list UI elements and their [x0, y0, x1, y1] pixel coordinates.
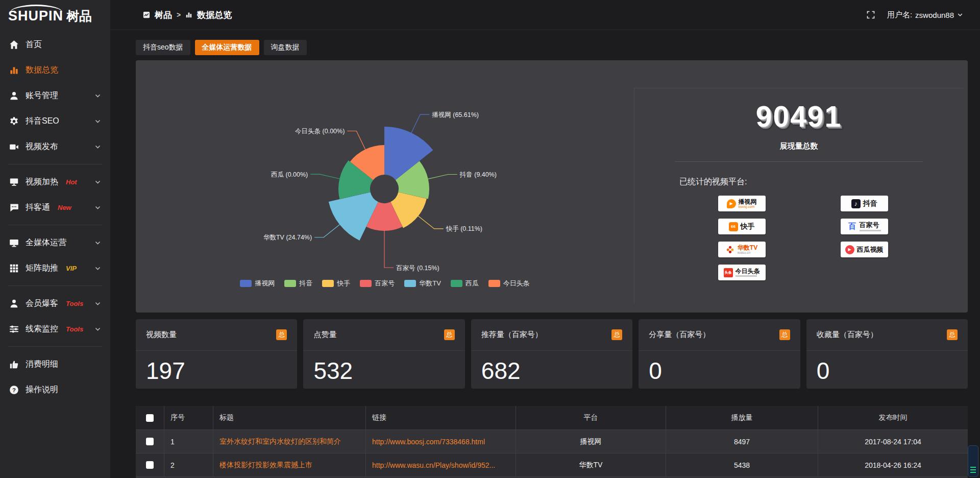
cell-plays: 8497 [666, 430, 818, 453]
stat-card-0: 视频数量总197 [136, 319, 297, 389]
stat-card-value: 197 [136, 351, 297, 385]
sidebar-item-home[interactable]: 首页 [0, 32, 110, 57]
legend-item[interactable]: 今日头条 [488, 279, 530, 288]
stat-card-2: 推荐量（百家号）总682 [471, 319, 632, 389]
sidebar-item-data-overview[interactable]: 数据总览 [0, 57, 110, 83]
row-checkbox[interactable] [146, 461, 154, 469]
screen-icon [9, 177, 19, 187]
legend-item[interactable]: 抖音 [284, 279, 312, 288]
platform-subtitle: wasu.cn [738, 251, 751, 254]
logo-text-cn: 树品 [66, 8, 92, 25]
legend-item[interactable]: 播视网 [240, 279, 275, 288]
sidebar-item-label: 账号管理 [26, 90, 58, 101]
question-icon: ? [9, 385, 19, 395]
legend-color-box [322, 280, 334, 287]
cell-no: 2 [164, 453, 213, 476]
legend-label: 西瓜 [465, 279, 479, 288]
legend-item[interactable]: 华数TV [404, 279, 441, 288]
sidebar-item-media-operation[interactable]: 全媒体运营 [0, 230, 110, 255]
video-title-link[interactable]: 楼体投影灯投影效果震撼上市 [219, 461, 312, 470]
platform-name: 抖音 [863, 200, 877, 207]
stat-cards: 视频数量总197点赞量总532推荐量（百家号）总682分享量（百家号）总0收藏量… [136, 319, 968, 389]
chevron-down-icon [94, 265, 101, 272]
sidebar-item-consume-detail[interactable]: 消费明细 [0, 351, 110, 377]
legend-item[interactable]: 百家号 [360, 279, 395, 288]
chevron-down-icon [94, 92, 101, 99]
legend-label: 今日头条 [503, 279, 530, 288]
legend-label: 抖音 [299, 279, 312, 288]
breadcrumb-item[interactable]: 数据总览 [185, 9, 232, 21]
pie-label-line [428, 175, 457, 179]
platform-badges: ▶播视网boosj.com♪抖音66快手百百家号华数TVwasu.cn▶西瓜视频… [680, 196, 963, 280]
sidebar-item-account-manage[interactable]: 账号管理 [0, 83, 110, 108]
user-menu[interactable]: 用户名: zswodun88 [887, 10, 963, 20]
total-badge: 总 [611, 329, 622, 340]
legend-label: 快手 [337, 279, 350, 288]
sidebar-item-label: 全媒体运营 [26, 237, 66, 248]
total-badge: 总 [779, 329, 790, 340]
video-title-link[interactable]: 室外水纹灯和室内水纹灯的区别和简介 [219, 437, 341, 446]
select-all-checkbox[interactable] [146, 414, 154, 422]
fullscreen-icon[interactable] [867, 11, 875, 19]
platform-text: 播视网boosj.com [739, 199, 757, 209]
row-checkbox-cell [136, 430, 164, 453]
platforms-title: 已统计的视频平台: [679, 177, 963, 187]
sidebar-item-label: 抖客通 [26, 202, 50, 213]
sidebar-item-matrix-boost[interactable]: 矩阵助推VIP [0, 255, 110, 281]
video-url-link[interactable]: http://www.boosj.com/7338468.html [372, 438, 485, 446]
sidebar-item-help[interactable]: ?操作说明 [0, 377, 110, 402]
chevron-down-icon [957, 12, 963, 18]
pie-label-line [384, 231, 394, 268]
platform-name: 今日头条 [736, 268, 760, 275]
row-checkbox[interactable] [146, 438, 154, 445]
video-url-link[interactable]: http://www.wasu.cn/Play/show/id/952... [372, 461, 495, 469]
sidebar-item-member-baoke[interactable]: 会员爆客Tools [0, 291, 110, 316]
sidebar-item-douketong[interactable]: 抖客通New [0, 195, 110, 220]
sidebar-item-douyin-seo[interactable]: 抖音SEO [0, 108, 110, 134]
cell-link: http://www.wasu.cn/Play/show/id/952... [366, 453, 516, 476]
stat-card-1: 点赞量总532 [303, 319, 464, 389]
platform-name: 西瓜视频 [857, 246, 884, 253]
pie-label-line [314, 225, 339, 237]
cell-platform: 华数TV [516, 453, 666, 476]
chevron-down-icon [94, 300, 101, 307]
legend-item[interactable]: 西瓜 [451, 279, 479, 288]
sidebar-menu: 首页数据总览账号管理抖音SEO视频发布视频加热Hot抖客通New全媒体运营矩阵助… [0, 32, 110, 402]
grid-icon [9, 264, 19, 273]
toutiao-logo-icon: 头条 [724, 268, 733, 277]
chart-legend: 播视网抖音快手百家号华数TV西瓜今日头条 [136, 279, 634, 288]
header-cell: 序号 [164, 406, 213, 429]
header-checkbox-cell [136, 406, 164, 429]
tab-douyin-seo-data[interactable]: 抖音seo数据 [136, 40, 190, 55]
sidebar-item-label: 数据总览 [26, 65, 58, 76]
bar-chart-icon [185, 11, 192, 18]
sidebar-item-clue-monitor[interactable]: 线索监控Tools [0, 316, 110, 342]
monitor-icon [9, 238, 19, 248]
tab-media-operation-data[interactable]: 全媒体运营数据 [195, 40, 259, 55]
cell-platform: 播视网 [516, 430, 666, 453]
chevron-down-icon [94, 118, 101, 125]
pie-slice-4[interactable] [329, 192, 378, 241]
platform-text: 今日头条 [736, 268, 760, 277]
cell-title: 室外水纹灯和室内水纹灯的区别和简介 [213, 430, 366, 453]
kuaishou-logo-icon: 66 [729, 222, 738, 231]
sidebar-item-badge: New [58, 204, 71, 211]
sidebar-item-video-publish[interactable]: 视频发布 [0, 134, 110, 159]
floating-service-widget[interactable] [968, 445, 978, 477]
cell-time: 2017-08-24 17:04 [818, 430, 968, 453]
gear-icon [9, 116, 19, 126]
platform-text: 快手 [741, 223, 755, 230]
header-cell: 播放量 [666, 406, 818, 429]
sidebar: SHUPIN 树品 首页数据总览账号管理抖音SEO视频发布视频加热Hot抖客通N… [0, 0, 110, 478]
total-impressions-value: 90491 [634, 100, 963, 133]
tab-inquiry-data[interactable]: 询盘数据 [264, 40, 307, 55]
sidebar-item-badge: Tools [66, 300, 83, 307]
legend-item[interactable]: 快手 [322, 279, 350, 288]
sidebar-item-label: 矩阵助推 [26, 263, 58, 274]
cell-time: 2018-04-26 16:24 [818, 453, 968, 476]
pie-label: 百家号 (0.15%) [396, 265, 439, 272]
stat-card-value: 0 [806, 351, 968, 385]
sidebar-item-video-heat[interactable]: 视频加热Hot [0, 169, 110, 195]
total-badge: 总 [444, 329, 455, 340]
chevron-down-icon [94, 144, 101, 150]
